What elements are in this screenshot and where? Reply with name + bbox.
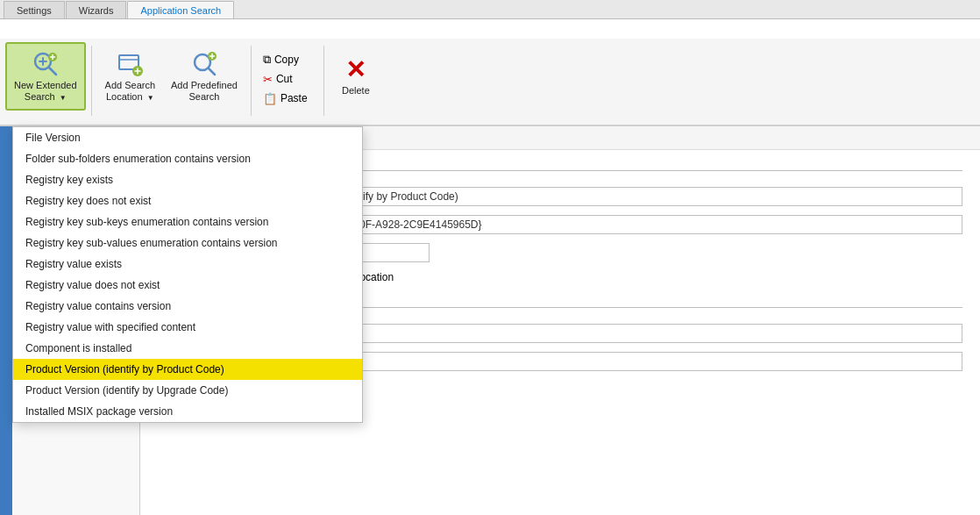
delete-button[interactable]: ✕ Delete [330, 42, 382, 111]
top-tabs: Settings Wizards Application Search [0, 0, 980, 19]
svg-line-13 [209, 68, 215, 75]
dropdown-items-list: File VersionFolder sub-folders enumerati… [13, 127, 362, 422]
dropdown-item[interactable]: Registry key sub-values enumeration cont… [13, 232, 362, 254]
search-item-bar [0, 126, 12, 515]
clipboard-group: ⧉ Copy ✂ Cut 📋 Paste [257, 42, 318, 112]
dropdown-item[interactable]: Installed MSIX package version [13, 401, 362, 422]
tab-wizards[interactable]: Wizards [66, 1, 127, 18]
cut-button[interactable]: ✂ Cut [257, 69, 318, 89]
copy-label: Copy [274, 54, 299, 66]
app-wrapper: Settings Wizards Application Search New … [0, 0, 980, 515]
svg-line-1 [49, 68, 56, 75]
ribbon-sep-3 [323, 46, 324, 116]
cut-icon: ✂ [263, 73, 273, 86]
paste-button[interactable]: 📋 Paste [257, 89, 318, 108]
delete-icon: ✕ [342, 55, 370, 83]
dropdown-item[interactable]: Component is installed [13, 338, 362, 359]
paste-label: Paste [281, 92, 308, 104]
delete-label: Delete [342, 85, 370, 97]
dropdown-item[interactable]: Registry key sub-keys enumeration contai… [13, 211, 362, 232]
dropdown-item[interactable]: Registry value with specified content [13, 317, 362, 338]
dropdown-item[interactable]: File Version [13, 127, 362, 148]
add-predefined-search-icon [190, 50, 218, 78]
copy-button[interactable]: ⧉ Copy [257, 50, 318, 69]
main-area: File VersionFolder sub-folders enumerati… [0, 126, 980, 515]
search-64bit-row: Search the 64-bit location [258, 271, 962, 283]
dropdown-item[interactable]: Registry key does not exist [13, 190, 362, 211]
add-search-location-icon [116, 50, 144, 78]
ribbon-sep-2 [251, 46, 252, 116]
tab-settings[interactable]: Settings [4, 1, 65, 18]
left-panel: File VersionFolder sub-folders enumerati… [0, 126, 140, 515]
paste-icon: 📋 [263, 92, 277, 105]
dropdown-item[interactable]: Product Version (identify by Product Cod… [13, 359, 362, 380]
add-predefined-search-label: Add PredefinedSearch [171, 80, 238, 103]
add-search-location-button[interactable]: Add SearchLocation ▼ [97, 42, 163, 111]
dropdown-item[interactable]: Registry key exists [13, 169, 362, 190]
dropdown-item[interactable]: Registry value exists [13, 254, 362, 275]
tab-application-search[interactable]: Application Search [127, 1, 234, 18]
dropdown-item[interactable]: Product Version (identify by Upgrade Cod… [13, 380, 362, 401]
dropdown-menu: File VersionFolder sub-folders enumerati… [12, 126, 363, 423]
new-extended-search-icon [32, 50, 60, 78]
ribbon-sep-1 [91, 46, 92, 116]
cut-label: Cut [276, 73, 293, 85]
ribbon: New ExtendedSearch ▼ Add SearchLocation … [0, 39, 980, 126]
add-predefined-search-button[interactable]: Add PredefinedSearch [163, 42, 245, 111]
dropdown-item[interactable]: Folder sub-folders enumeration contains … [13, 148, 362, 169]
dropdown-item[interactable]: Registry value contains version [13, 296, 362, 317]
new-extended-search-label: New ExtendedSearch ▼ [14, 80, 77, 103]
add-search-location-label: Add SearchLocation ▼ [105, 80, 155, 103]
dropdown-item[interactable]: Registry value does not exist [13, 275, 362, 296]
new-extended-search-button[interactable]: New ExtendedSearch ▼ [5, 42, 86, 111]
copy-icon: ⧉ [263, 53, 271, 67]
